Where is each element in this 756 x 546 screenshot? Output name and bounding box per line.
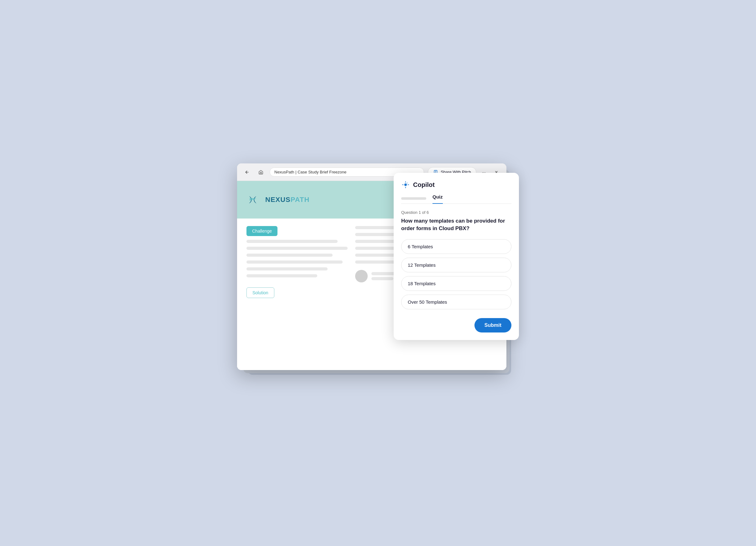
submit-button[interactable]: Submit xyxy=(474,318,511,332)
question-meta: Question 1 of 6 xyxy=(401,210,511,215)
copilot-panel: Copilot Quiz Question 1 of 6 How many te… xyxy=(394,173,519,340)
quiz-option-4[interactable]: Over 50 Templates xyxy=(401,294,511,309)
submit-area: Submit xyxy=(401,318,511,332)
quiz-option-2[interactable]: 12 Templates xyxy=(401,258,511,273)
quiz-options: 6 Templates 12 Templates 18 Templates Ov… xyxy=(401,239,511,309)
quiz-option-3[interactable]: 18 Templates xyxy=(401,276,511,291)
copilot-header: Copilot xyxy=(401,180,511,189)
text-line-6 xyxy=(246,274,317,277)
svg-point-1 xyxy=(404,184,407,186)
doc-left-col: Challenge Solution xyxy=(246,226,348,298)
text-line-2 xyxy=(246,247,348,250)
logo-icon xyxy=(246,194,262,206)
avatar-role-line xyxy=(371,277,393,280)
challenge-tag: Challenge xyxy=(246,226,277,236)
quiz-option-1[interactable]: 6 Templates xyxy=(401,239,511,254)
text-line-5 xyxy=(246,268,328,271)
question-text: How many templates can be provided for o… xyxy=(401,217,511,232)
text-line-1 xyxy=(246,240,338,243)
logo-text: NEXUSPATH xyxy=(265,196,309,204)
logo-nexus: NEXUS xyxy=(265,196,291,204)
text-line-4 xyxy=(246,261,343,264)
tab-quiz[interactable]: Quiz xyxy=(432,194,443,204)
back-button[interactable] xyxy=(242,167,252,177)
solution-tag: Solution xyxy=(246,287,274,298)
home-button[interactable] xyxy=(256,167,266,177)
nexuspath-logo: NEXUSPATH xyxy=(246,194,309,206)
text-line-3 xyxy=(246,254,333,257)
app-container: NexusPath | Case Study Brief Freezone Sh… xyxy=(237,164,519,382)
tab-indicator-bar xyxy=(401,197,426,200)
copilot-tabs: Quiz xyxy=(401,194,511,204)
copilot-title: Copilot xyxy=(413,181,435,189)
avatar xyxy=(355,270,368,282)
logo-path: PATH xyxy=(291,196,310,204)
copilot-icon xyxy=(401,180,410,189)
